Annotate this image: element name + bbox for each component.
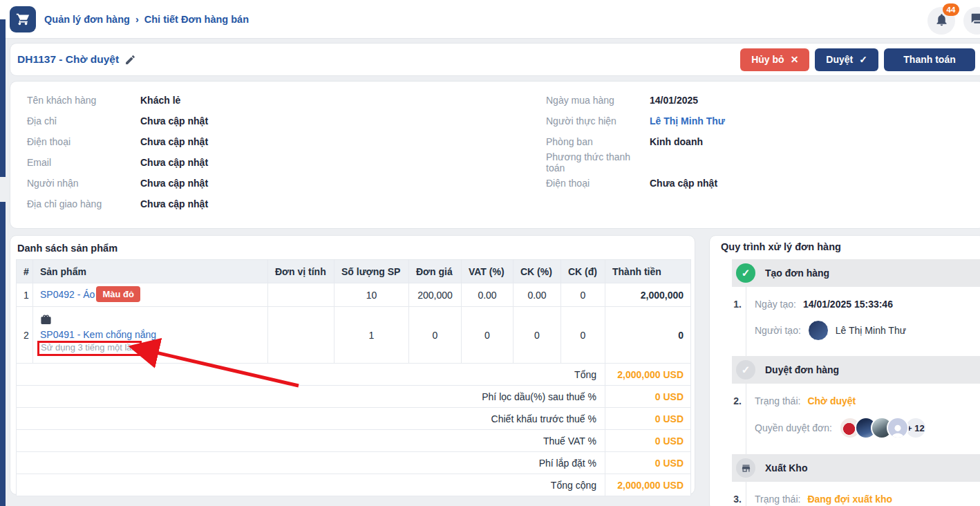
creator-avatar[interactable] [808,320,829,341]
topbar: Quản lý đơn hàng › Chi tiết Đơn hàng bán… [0,0,980,39]
ck-pct-cell: 0.00 [513,283,561,307]
approval-status-value: Chờ duyệt [807,395,856,406]
check-circle-green-icon: ✓ [736,263,755,283]
field-label: Quyền duyệt đơn: [755,422,832,433]
col-unit: Đơn vị tính [268,260,334,283]
product-row-2: 2 SP0491 - Kem chống nắng Sử dụng 3 tiến… [17,307,691,364]
cancel-order-label: Hủy bỏ [751,54,784,65]
edit-order-button[interactable] [124,54,136,66]
department-value: Kinh doanh [650,136,703,147]
created-date-value: 14/01/2025 15:33:46 [803,299,893,310]
breadcrumb-separator: › [135,14,139,25]
approve-order-label: Duyệt [826,54,853,65]
approve-order-button[interactable]: Duyệt ✓ [815,48,878,71]
step-create-order: ✓ Tạo đơn hàng [732,259,980,287]
total-row: Chiết khấu trước thuế % 0 USD [17,408,691,430]
address-value: Chưa cập nhật [140,115,208,126]
gift-icon [40,314,261,328]
pay-order-button[interactable]: Thanh toán [884,48,975,71]
product-link[interactable]: SP0492 - Áo [40,289,95,300]
collapsed-sidebar-segment[interactable] [0,202,6,506]
unit-cell [268,307,334,364]
field-label: Ngày tạo: [755,299,796,310]
field-label: Phương thức thanh toán [546,151,650,174]
col-vat: VAT (%) [462,260,513,283]
total-row: Phí lắp đặt % 0 USD [17,452,691,474]
breadcrumb: Quản lý đơn hàng › Chi tiết Đơn hàng bán [44,0,249,39]
breadcrumb-parent[interactable]: Quản lý đơn hàng [44,14,130,25]
step-export-warehouse: Xuất Kho [732,454,980,482]
col-price: Đơn giá [409,260,462,283]
total-label: Thuế VAT % [17,430,605,452]
field-label: Người tạo: [755,325,801,336]
total-value: 0 USD [605,386,691,408]
variant-badge[interactable]: Màu đỏ [96,286,140,302]
check-icon: ✓ [859,54,867,65]
customer-name-value: Khách lẻ [140,95,180,106]
cart-app-button[interactable] [10,6,36,32]
step-approve-order: ✓ Duyệt đơn hàng [732,356,980,384]
chat-icon [970,12,980,29]
field-label: Trạng thái: [755,395,800,406]
approver-avatar-placeholder[interactable] [887,417,909,439]
line-total-cell: 0 [605,307,691,364]
field-label: Phòng ban [546,136,650,147]
email-value: Chưa cập nhật [140,157,208,168]
field-label: Người thực hiện [546,115,650,126]
product-list-card: Danh sách sản phẩm # Sản phẩm Đơn vị tín… [10,235,695,495]
unit-cell [268,283,334,307]
product-row-1: 1 SP0492 - ÁoMàu đỏ 10 200,000 0.00 0.00… [17,283,691,307]
breadcrumb-current[interactable]: Chi tiết Đơn hàng bán [144,14,249,25]
ck-d-cell: 0 [561,283,605,307]
field-label: Trạng thái: [755,494,800,505]
total-value: 2,000,000 USD [605,364,691,386]
collapsed-sidebar-segment[interactable] [0,19,6,177]
notification-count-badge: 44 [943,3,959,16]
executor-link[interactable]: Lê Thị Minh Thư [650,115,725,126]
col-total: Thành tiền [605,260,691,283]
customer-info-column: Tên khách hàngKhách lẻ Địa chỉChưa cập n… [27,93,511,218]
col-index: # [17,260,33,283]
row-index: 2 [17,307,33,364]
process-title: Quy trình xử lý đơn hàng [721,241,980,259]
order-title: DH1137 - Chờ duyệt [17,53,119,66]
chat-button[interactable] [963,7,980,35]
line-total-cell: 2,000,000 [605,283,691,307]
total-label: Phí lọc dầu(%) sau thuế % [17,386,605,408]
grand-total-label: Tổng cộng [17,474,605,496]
table-header-row: # Sản phẩm Đơn vị tính Số lượng SP Đơn g… [17,260,691,283]
x-icon: ✕ [791,54,799,65]
total-label: Tổng [17,364,605,386]
ck-pct-cell: 0 [513,307,561,364]
total-value: 0 USD [605,408,691,430]
field-label: Người nhận [27,178,140,189]
total-label: Chiết khấu trước thuế % [17,408,605,430]
step-title: Xuất Kho [765,462,807,474]
field-label: Địa chỉ giao hàng [27,198,140,209]
field-label: Điện thoại [27,136,140,147]
total-value: 0 USD [605,452,691,474]
field-label: Địa chỉ [27,115,140,126]
step-export-warehouse-body: 3. Trạng thái: Đang đợi xuất kho [746,482,980,506]
col-qty: Số lượng SP [334,260,409,283]
export-status-value: Đang đợi xuất kho [807,494,892,505]
order-info-card: Tên khách hàngKhách lẻ Địa chỉChưa cập n… [10,81,980,229]
price-cell: 0 [409,307,462,364]
creator-name: Lê Thị Minh Thư [836,325,906,336]
grand-total-row: Tổng cộng 2,000,000 USD [17,474,691,496]
product-note-annotated: Sử dụng 3 tiếng một lần [37,341,142,356]
ck-d-cell: 0 [561,307,605,364]
product-list-title: Danh sách sản phẩm [16,240,689,259]
step-title: Duyệt đơn hàng [765,364,839,375]
vat-cell: 0 [462,307,513,364]
order-meta-column: Ngày mua hàng14/01/2025 Người thực hiệnL… [546,93,974,197]
grand-total-value: 2,000,000 USD [605,474,691,496]
vat-cell: 0.00 [462,283,513,307]
cancel-order-button[interactable]: Hủy bỏ ✕ [740,48,809,71]
step-title: Tạo đơn hàng [765,268,829,279]
cart-icon [15,11,30,28]
product-link[interactable]: SP0491 - Kem chống nắng [40,329,156,340]
approver-avatars[interactable]: + 12 [839,417,927,439]
total-row: Thuế VAT % 0 USD [17,430,691,452]
qty-cell: 1 [334,307,409,364]
